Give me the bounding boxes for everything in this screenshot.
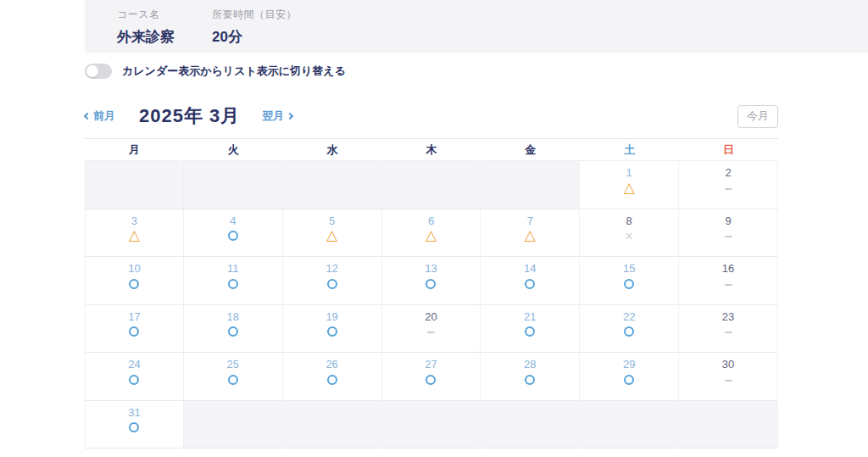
- available-circle-icon: [426, 279, 436, 289]
- calendar-day-13[interactable]: 13: [382, 257, 481, 305]
- calendar-empty-cell: [184, 401, 283, 449]
- weekday-header-日: 日: [679, 142, 778, 158]
- closed-dash-icon: [725, 380, 732, 382]
- calendar-day-14[interactable]: 14: [481, 257, 580, 305]
- booking-calendar-page: コース名 外来診察 所要時間（目安） 20分 カレンダー表示からリスト表示に切り…: [0, 0, 868, 457]
- available-circle-icon: [228, 279, 238, 289]
- calendar-day-12[interactable]: 12: [283, 257, 382, 305]
- day-number: 8: [580, 215, 678, 228]
- calendar-day-15[interactable]: 15: [580, 257, 679, 305]
- available-circle-icon: [327, 279, 337, 289]
- weekday-header-土: 土: [580, 142, 679, 158]
- chevron-right-icon: [287, 113, 293, 120]
- calendar-day-16: 16: [679, 257, 778, 305]
- course-name-block: コース名 外来診察: [117, 8, 175, 53]
- day-number: 4: [184, 215, 282, 228]
- closed-dash-icon: [725, 236, 732, 237]
- calendar-day-1[interactable]: 1△: [580, 161, 679, 209]
- calendar-day-29[interactable]: 29: [580, 353, 679, 401]
- calendar-day-31[interactable]: 31: [85, 401, 184, 449]
- calendar-day-28[interactable]: 28: [481, 353, 580, 401]
- duration-label: 所要時間（目安）: [212, 8, 297, 22]
- weekday-header-金: 金: [481, 142, 580, 158]
- day-number: 6: [382, 215, 481, 228]
- calendar-day-10[interactable]: 10: [85, 257, 184, 305]
- next-month-button[interactable]: 翌月: [262, 109, 292, 124]
- list-view-toggle[interactable]: [85, 64, 112, 79]
- day-number: 17: [86, 310, 183, 324]
- weekday-header-月: 月: [85, 142, 184, 158]
- few-slots-triangle-icon: △: [382, 228, 481, 244]
- month-navigation: 前月 2025年 3月 翌月 今月: [85, 103, 778, 129]
- today-button[interactable]: 今月: [737, 105, 778, 128]
- available-circle-icon: [228, 326, 238, 337]
- calendar-empty-cell: [481, 401, 580, 449]
- day-number: 21: [481, 310, 579, 324]
- calendar-day-6[interactable]: 6△: [382, 209, 481, 258]
- course-info-band: コース名 外来診察 所要時間（目安） 20分: [85, 0, 868, 53]
- calendar-empty-cell: [382, 161, 481, 209]
- calendar-day-24[interactable]: 24: [85, 353, 184, 401]
- calendar-day-25[interactable]: 25: [184, 353, 283, 401]
- day-number: 22: [580, 310, 678, 324]
- calendar-day-23: 23: [679, 305, 778, 354]
- calendar-day-26[interactable]: 26: [283, 353, 382, 401]
- few-slots-triangle-icon: △: [86, 228, 183, 244]
- day-number: 1: [580, 166, 678, 180]
- few-slots-triangle-icon: △: [283, 228, 381, 244]
- closed-dash-icon: [725, 188, 732, 190]
- day-number: 18: [184, 310, 282, 324]
- view-toggle-row: カレンダー表示からリスト表示に切り替える: [85, 64, 346, 79]
- available-circle-icon: [525, 279, 535, 289]
- prev-month-button[interactable]: 前月: [85, 109, 115, 124]
- weekday-header-水: 水: [283, 142, 382, 158]
- day-number: 31: [86, 406, 183, 420]
- availability-calendar: 月火水木金土日 1△23△45△6△7△8×910111213141516171…: [85, 138, 778, 449]
- weekday-header-木: 木: [382, 142, 481, 158]
- day-number: 9: [679, 215, 777, 228]
- calendar-day-3[interactable]: 3△: [85, 209, 184, 258]
- calendar-day-7[interactable]: 7△: [481, 209, 580, 258]
- available-circle-icon: [525, 375, 535, 385]
- calendar-day-17[interactable]: 17: [85, 305, 184, 354]
- calendar-day-21[interactable]: 21: [481, 305, 580, 354]
- calendar-day-20: 20: [382, 305, 481, 354]
- calendar-day-5[interactable]: 5△: [283, 209, 382, 258]
- calendar-day-19[interactable]: 19: [283, 305, 382, 354]
- available-circle-icon: [129, 375, 139, 385]
- day-number: 27: [382, 358, 481, 371]
- calendar-empty-cell: [382, 401, 481, 449]
- calendar-day-22[interactable]: 22: [580, 305, 679, 354]
- day-number: 25: [184, 358, 282, 371]
- calendar-day-11[interactable]: 11: [184, 257, 283, 305]
- available-circle-icon: [129, 422, 139, 432]
- prev-month-label: 前月: [93, 109, 115, 124]
- day-number: 10: [86, 262, 183, 276]
- few-slots-triangle-icon: △: [580, 181, 678, 197]
- available-circle-icon: [624, 279, 634, 289]
- calendar-day-4[interactable]: 4: [184, 209, 283, 258]
- day-number: 30: [679, 358, 777, 371]
- available-circle-icon: [327, 326, 337, 337]
- calendar-empty-cell: [679, 401, 778, 449]
- day-number: 12: [283, 262, 381, 276]
- day-number: 15: [580, 262, 678, 276]
- available-circle-icon: [129, 279, 139, 289]
- day-number: 20: [382, 310, 481, 324]
- calendar-day-9: 9: [679, 209, 778, 258]
- weekday-header-火: 火: [184, 142, 283, 158]
- day-number: 3: [86, 215, 183, 228]
- day-number: 2: [679, 166, 777, 180]
- day-number: 24: [86, 358, 183, 371]
- closed-dash-icon: [725, 284, 732, 286]
- duration-value: 20分: [212, 27, 297, 47]
- calendar-day-18[interactable]: 18: [184, 305, 283, 354]
- available-circle-icon: [426, 375, 436, 385]
- day-number: 28: [481, 358, 579, 371]
- calendar-day-30: 30: [679, 353, 778, 401]
- available-circle-icon: [525, 326, 535, 337]
- next-month-label: 翌月: [262, 109, 284, 124]
- calendar-empty-cell: [283, 161, 382, 209]
- day-number: 13: [382, 262, 481, 276]
- calendar-day-27[interactable]: 27: [382, 353, 481, 401]
